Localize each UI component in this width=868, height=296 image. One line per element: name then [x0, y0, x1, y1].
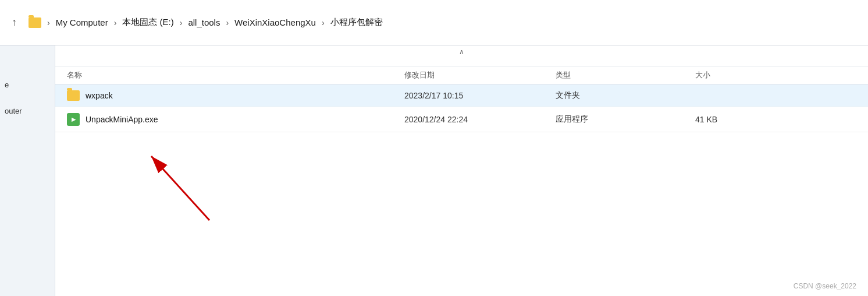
svg-line-1	[151, 156, 209, 220]
watermark: CSDN @seek_2022	[794, 282, 856, 290]
file-name-cell: ▶ UnpackMiniApp.exe	[67, 113, 404, 126]
sep-2: ›	[180, 18, 183, 27]
file-name-label: wxpack	[86, 91, 113, 100]
left-panel-item-1: e	[5, 80, 9, 89]
breadcrumb-folder-icon	[29, 17, 41, 28]
file-size-cell: 41 KB	[695, 115, 856, 124]
file-date-cell: 2023/2/17 10:15	[404, 91, 556, 100]
left-panel: e outer	[0, 45, 55, 296]
file-name-label: UnpackMiniApp.exe	[86, 115, 158, 124]
up-button[interactable]: ↑	[12, 16, 17, 29]
file-list-area: ∧ 名称 修改日期 类型 大小 wxpack 2023/2/17 10:15 文…	[55, 45, 868, 296]
left-panel-item-2: outer	[5, 107, 22, 115]
annotation-arrow	[116, 139, 233, 232]
sep-4: ›	[322, 18, 325, 27]
col-header-date[interactable]: 修改日期	[404, 70, 556, 80]
file-type-cell: 文件夹	[556, 90, 695, 101]
column-header-area: ∧	[55, 45, 868, 66]
folder-icon	[67, 90, 80, 101]
column-headers: 名称 修改日期 类型 大小	[55, 66, 868, 84]
breadcrumb-my-computer[interactable]: My Computer	[56, 17, 108, 27]
table-row[interactable]: ▶ UnpackMiniApp.exe 2020/12/24 22:24 应用程…	[55, 107, 868, 132]
file-type-cell: 应用程序	[556, 114, 695, 125]
breadcrumb-local-disk[interactable]: 本地固态 (E:)	[122, 17, 173, 28]
sep-1: ›	[114, 18, 117, 27]
breadcrumb-all-tools[interactable]: all_tools	[188, 17, 220, 27]
sep-0: ›	[47, 18, 50, 27]
address-bar: ↑ › My Computer › 本地固态 (E:) › all_tools …	[0, 0, 868, 45]
col-header-type[interactable]: 类型	[556, 70, 695, 80]
col-header-size[interactable]: 大小	[695, 70, 856, 80]
sep-3: ›	[226, 18, 229, 27]
breadcrumb-weixinxiaochengxu[interactable]: WeiXinXiaoChengXu	[234, 17, 316, 27]
col-header-name[interactable]: 名称	[67, 70, 404, 80]
exe-icon: ▶	[67, 113, 80, 126]
file-name-cell: wxpack	[67, 90, 404, 101]
table-row[interactable]: wxpack 2023/2/17 10:15 文件夹	[55, 84, 868, 107]
file-date-cell: 2020/12/24 22:24	[404, 115, 556, 124]
collapse-arrow[interactable]: ∧	[459, 48, 464, 56]
breadcrumb-current[interactable]: 小程序包解密	[330, 17, 383, 28]
main-content: e outer ∧ 名称 修改日期 类型 大小 wxpack 2023/2/17…	[0, 45, 868, 296]
